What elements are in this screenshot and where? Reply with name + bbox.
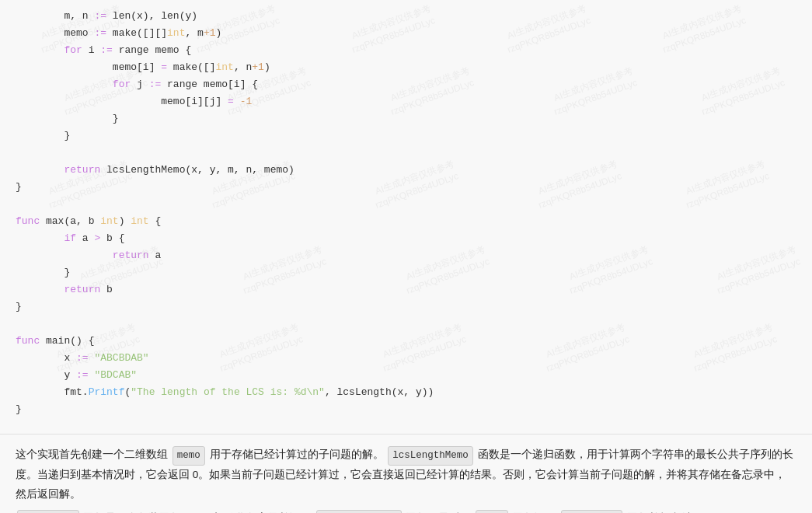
code-line-12: if a > b { <box>16 230 796 247</box>
code-line-17: func main() { <box>16 333 796 350</box>
code-line-5: for j := range memo[i] { <box>16 76 796 93</box>
code-line-2: memo := make([][]int, m+1) <box>16 25 796 42</box>
desc-para2: lcsLength 函数是一个包装函数，用于初始化备忘录并调用 lcsLengt… <box>16 509 796 513</box>
code-line-7: } <box>16 110 796 127</box>
code-line-21: } <box>16 401 796 418</box>
code-line-19: y := "BDCAB" <box>16 367 796 384</box>
code-block: m, n := len(x), len(y) memo := make([][]… <box>16 8 796 418</box>
code-line-6: memo[i][j] = -1 <box>16 93 796 110</box>
desc-text-1: 这个实现首先创建一个二维数组 <box>16 448 168 460</box>
desc-text-2: 用于存储已经计算过的子问题的解。 <box>210 448 384 460</box>
code-line-blank1 <box>16 145 796 162</box>
desc-para1: 这个实现首先创建一个二维数组 memo 用于存储已经计算过的子问题的解。 lcs… <box>16 445 796 504</box>
code-line-8: } <box>16 127 796 145</box>
code-line-4: memo[i] = make([]int, n+1) <box>16 59 796 76</box>
code-line-blank3 <box>16 316 796 333</box>
lcslength2-inline-code: lcsLength <box>561 510 623 513</box>
lcslengthmemo2-inline-code: lcsLengthMemo <box>316 510 402 513</box>
code-line-14: } <box>16 264 796 281</box>
code-line-15: return b <box>16 281 796 298</box>
code-area: AI生成内容仅供参考 rzqPKQR8b54UDLyc AI生成内容仅供参考 r… <box>0 0 812 434</box>
lcslength-inline-code: lcsLength <box>17 510 79 513</box>
code-line-blank2 <box>16 196 796 213</box>
code-line-10: } <box>16 179 796 196</box>
lcslengthmemo-inline-code: lcsLengthMemo <box>388 446 473 466</box>
code-line-1: m, n := len(x), len(y) <box>16 8 796 25</box>
main-inline-code: main <box>476 510 508 513</box>
code-line-9: return lcsLengthMemo(x, y, m, n, memo) <box>16 162 796 179</box>
code-line-16: } <box>16 298 796 316</box>
code-line-13: return a <box>16 247 796 264</box>
code-line-3: for i := range memo { <box>16 42 796 59</box>
memo-inline-code: memo <box>173 446 205 466</box>
code-line-11: func max(a, b int) int { <box>16 213 796 230</box>
code-line-18: x := "ABCBDAB" <box>16 350 796 367</box>
description-area: 这个实现首先创建一个二维数组 memo 用于存储已经计算过的子问题的解。 lcs… <box>0 434 812 513</box>
code-line-20: fmt.Printf("The length of the LCS is: %d… <box>16 384 796 401</box>
